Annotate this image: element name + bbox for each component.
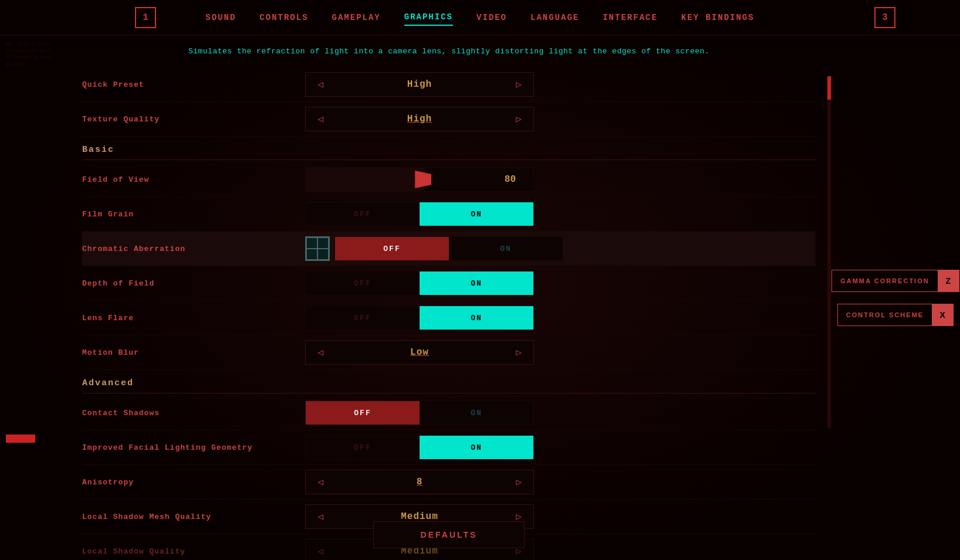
description-bar: Simulates the refraction of light into a…: [82, 35, 816, 67]
texture-quality-label: Texture Quality: [82, 115, 305, 124]
chromatic-on[interactable]: ON: [449, 237, 563, 260]
left-sidebar: NET 2027 a system cyberpunk V2 NET RUNNE…: [0, 35, 70, 560]
nav-number-left[interactable]: 1: [135, 7, 156, 28]
lens-flare-label: Lens Flare: [82, 314, 305, 323]
nav-number-right[interactable]: 3: [874, 7, 895, 28]
lens-on[interactable]: ON: [420, 306, 533, 330]
scrollbar[interactable]: [827, 76, 831, 428]
anisotropy-value: 8: [335, 477, 504, 487]
motion-blur-label: Motion Blur: [82, 348, 305, 357]
control-scheme-button[interactable]: CONTROL SCHEME X: [837, 304, 954, 326]
slider-track: [306, 168, 424, 191]
chromatic-toggle[interactable]: OFF ON: [334, 236, 563, 261]
motion-blur-control: ◁ Low ▷: [305, 340, 816, 365]
field-of-view-row: Field of View 80: [82, 162, 816, 197]
anisotropy-right-arrow[interactable]: ▷: [504, 470, 533, 494]
texture-quality-left-arrow[interactable]: ◁: [306, 107, 335, 131]
lens-flare-toggle[interactable]: OFF ON: [305, 306, 534, 330]
field-of-view-label: Field of View: [82, 175, 305, 184]
gamma-correction-key: Z: [938, 270, 959, 291]
page-wrapper: 1 SOUND CONTROLS GAMEPLAY GRAPHICS VIDEO…: [0, 0, 960, 560]
film-grain-label: Film Grain: [82, 210, 305, 219]
advanced-section-header: Advanced: [82, 370, 816, 393]
facial-on[interactable]: ON: [420, 436, 533, 459]
depth-off[interactable]: OFF: [306, 271, 420, 295]
motion-blur-left-arrow[interactable]: ◁: [306, 340, 335, 365]
depth-of-field-label: Depth of Field: [82, 279, 305, 288]
nav-item-language[interactable]: LANGUAGE: [530, 10, 579, 25]
nav-item-graphics[interactable]: GRAPHICS: [404, 9, 453, 26]
motion-blur-selector[interactable]: ◁ Low ▷: [305, 340, 534, 365]
field-of-view-control: 80: [305, 167, 816, 192]
lens-flare-row: Lens Flare OFF ON: [82, 301, 816, 335]
depth-of-field-toggle[interactable]: OFF ON: [305, 271, 534, 296]
quick-preset-left-arrow[interactable]: ◁: [306, 72, 335, 97]
scrollbar-thumb[interactable]: [827, 76, 831, 100]
nav-items: SOUND CONTROLS GAMEPLAY GRAPHICS VIDEO L…: [205, 9, 754, 26]
facial-lighting-toggle[interactable]: OFF ON: [305, 435, 534, 460]
film-grain-on[interactable]: ON: [420, 202, 533, 226]
texture-quality-value: High: [335, 114, 504, 124]
defaults-container: DEFAULTS: [70, 521, 827, 548]
settings-container: Quick Preset ◁ High ▷ Texture Quality ◁ …: [82, 67, 816, 560]
quick-preset-value: High: [335, 79, 504, 90]
chromatic-aberration-label: Chromatic Aberration: [82, 245, 305, 253]
facial-lighting-label: Improved Facial Lighting Geometry: [82, 443, 305, 452]
motion-blur-value: Low: [335, 347, 504, 358]
film-grain-toggle[interactable]: OFF ON: [305, 202, 534, 226]
contact-on[interactable]: ON: [420, 401, 533, 425]
anisotropy-selector[interactable]: ◁ 8 ▷: [305, 470, 534, 494]
nav-item-gameplay[interactable]: GAMEPLAY: [332, 10, 381, 25]
nav-item-keybindings[interactable]: KEY BINDINGS: [681, 10, 755, 25]
texture-quality-right-arrow[interactable]: ▷: [504, 107, 533, 131]
main-content: Simulates the refraction of light into a…: [70, 35, 827, 560]
local-shadow-mesh-value: Medium: [335, 511, 504, 522]
gamma-correction-button[interactable]: GAMMA CORRECTION Z: [831, 270, 959, 292]
quick-preset-row: Quick Preset ◁ High ▷: [82, 67, 816, 102]
defaults-button[interactable]: DEFAULTS: [373, 521, 525, 548]
chromatic-aberration-row: Chromatic Aberration OFF ON: [82, 232, 816, 266]
facial-off[interactable]: OFF: [306, 436, 420, 459]
anisotropy-left-arrow[interactable]: ◁: [306, 470, 335, 494]
texture-quality-row: Texture Quality ◁ High ▷: [82, 102, 816, 137]
contact-shadows-label: Contact Shadows: [82, 409, 305, 418]
facial-lighting-row: Improved Facial Lighting Geometry OFF ON: [82, 430, 816, 465]
chromatic-aberration-control: OFF ON: [305, 236, 816, 261]
slider-thumb[interactable]: [415, 171, 431, 188]
quick-preset-selector[interactable]: ◁ High ▷: [305, 72, 534, 97]
contact-off[interactable]: OFF: [306, 401, 420, 425]
nav-item-video[interactable]: VIDEO: [476, 10, 507, 25]
nav-item-interface[interactable]: INTERFACE: [603, 10, 658, 25]
motion-blur-row: Motion Blur ◁ Low ▷: [82, 335, 816, 370]
gamma-correction-label: GAMMA CORRECTION: [832, 271, 937, 290]
nav-item-controls[interactable]: CONTROLS: [259, 10, 308, 25]
control-scheme-label: CONTROL SCHEME: [838, 306, 932, 324]
film-grain-control: OFF ON: [305, 202, 816, 226]
depth-on[interactable]: ON: [420, 271, 533, 295]
contact-shadows-row: Contact Shadows OFF ON: [82, 396, 816, 430]
quick-preset-label: Quick Preset: [82, 80, 305, 89]
lens-flare-control: OFF ON: [305, 306, 816, 330]
depth-of-field-control: OFF ON: [305, 271, 816, 296]
quick-preset-control: ◁ High ▷: [305, 72, 816, 97]
field-of-view-slider[interactable]: 80: [305, 167, 534, 192]
control-scheme-key: X: [932, 304, 953, 325]
quick-preset-right-arrow[interactable]: ▷: [504, 72, 533, 97]
contact-shadows-toggle[interactable]: OFF ON: [305, 401, 534, 425]
nav-item-sound[interactable]: SOUND: [205, 10, 236, 25]
anisotropy-label: Anisotropy: [82, 478, 305, 487]
depth-of-field-row: Depth of Field OFF ON: [82, 266, 816, 301]
chromatic-off[interactable]: OFF: [335, 237, 449, 260]
field-of-view-value: 80: [505, 174, 516, 185]
local-shadow-mesh-label: Local Shadow Mesh Quality: [82, 513, 305, 521]
description-text: Simulates the refraction of light into a…: [188, 47, 709, 56]
film-grain-row: Film Grain OFF ON: [82, 197, 816, 232]
motion-blur-right-arrow[interactable]: ▷: [504, 340, 533, 365]
sidebar-decoration-text: NET 2027 a system cyberpunk V2 NET RUNNE…: [6, 41, 53, 67]
film-grain-off[interactable]: OFF: [306, 202, 420, 226]
lens-off[interactable]: OFF: [306, 306, 420, 330]
texture-quality-control: ◁ High ▷: [305, 107, 816, 131]
texture-quality-selector[interactable]: ◁ High ▷: [305, 107, 534, 131]
facial-lighting-control: OFF ON: [305, 435, 816, 460]
right-panel: GAMMA CORRECTION Z CONTROL SCHEME X: [831, 35, 960, 560]
